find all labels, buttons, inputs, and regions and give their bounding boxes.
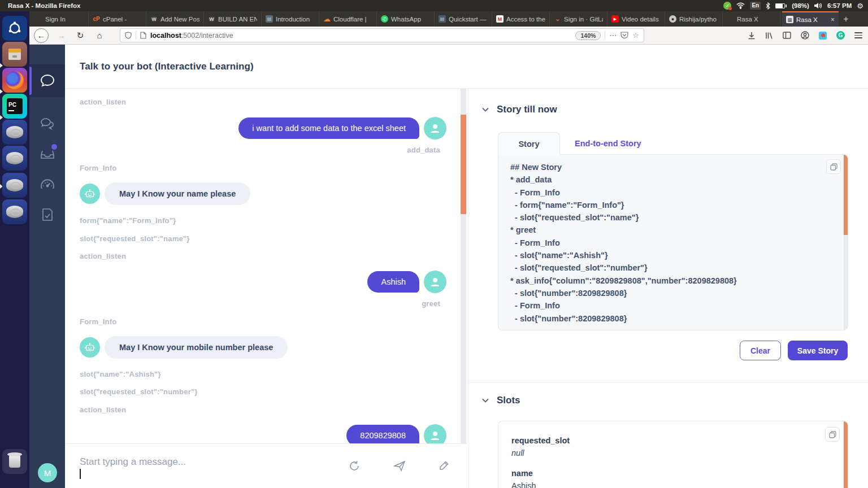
user-bubble[interactable]: Ashish — [367, 271, 419, 293]
sidebar-toggle-icon[interactable] — [783, 32, 791, 39]
browser-tab[interactable]: Sign In — [31, 11, 89, 27]
story-scrollbar-thumb[interactable] — [844, 155, 848, 235]
dock-item-ubuntu-activities[interactable] — [2, 16, 27, 41]
extension-icon[interactable] — [819, 32, 827, 40]
sidebar-item-stories[interactable] — [29, 201, 65, 229]
pocket-icon[interactable] — [620, 32, 628, 39]
battery-icon[interactable] — [775, 3, 787, 8]
browser-tab[interactable]: ▤Quickstart — — [435, 11, 492, 27]
annotate-pen-icon[interactable] — [439, 460, 452, 473]
page-icon[interactable] — [140, 32, 146, 39]
account-icon[interactable] — [801, 31, 809, 40]
tab-close-icon[interactable]: × — [831, 16, 835, 24]
event-label[interactable]: action_listen — [80, 252, 126, 260]
user-bubble[interactable]: i want to add some data to the excel she… — [238, 117, 419, 139]
clear-button[interactable]: Clear — [740, 341, 781, 360]
dock-item-trash[interactable] — [2, 449, 27, 474]
save-story-button[interactable]: Save Story — [788, 341, 848, 360]
event-label[interactable]: Form_Info — [80, 164, 116, 172]
new-tab-button[interactable]: + — [839, 11, 853, 27]
sidebar-item-dashboard[interactable] — [29, 171, 65, 199]
app-indicator-icon[interactable]: ✓ — [723, 2, 731, 10]
event-label[interactable]: action_listen — [80, 406, 126, 414]
browser-tab[interactable]: Rasa X — [723, 11, 780, 27]
browser-tab[interactable]: ●Rishija/pytho — [665, 11, 723, 27]
user-message[interactable]: Ashish — [367, 271, 446, 293]
message-input-placeholder[interactable]: Start typing a message... — [80, 456, 186, 468]
wifi-icon[interactable] — [736, 2, 745, 9]
chat-transcript[interactable]: action_listen i want to add some data to… — [65, 89, 467, 488]
bot-message[interactable]: May I Know your name please — [80, 182, 250, 205]
chevron-down-icon[interactable] — [482, 107, 489, 112]
tab-end-to-end-story[interactable]: End-to-end Story — [560, 132, 656, 155]
dock-item-pycharm[interactable]: PC — [2, 94, 27, 119]
download-icon[interactable] — [748, 32, 756, 40]
browser-tab[interactable]: ☁Cloudflare | — [319, 11, 377, 27]
dock-item-firefox[interactable] — [2, 68, 27, 93]
bot-bubble[interactable]: May I Know your name please — [105, 182, 250, 205]
bot-message[interactable]: May I Know your mobile number please — [80, 336, 288, 359]
forward-button[interactable]: → — [54, 29, 68, 42]
bluetooth-icon[interactable] — [766, 2, 770, 10]
bookmark-star-icon[interactable]: ☆ — [632, 31, 639, 40]
clock[interactable]: 6:57 PM — [827, 2, 852, 9]
sidebar-item-conversations[interactable] — [29, 110, 65, 138]
shield-icon[interactable] — [125, 32, 132, 39]
dock-item-disk-3[interactable] — [2, 173, 27, 198]
event-label[interactable]: slot{"requested_slot":"number"} — [80, 387, 198, 396]
sidebar-item-inbox[interactable] — [29, 140, 65, 168]
chat-scrollbar[interactable] — [461, 89, 466, 443]
url-bar[interactable]: localhost:5002/interactive 140% ⋯ ☆ — [120, 28, 644, 42]
intent-label[interactable]: add_data — [407, 146, 440, 154]
dock-item-disk-1[interactable] — [2, 120, 27, 145]
browser-tab[interactable]: WAdd New Pos — [146, 11, 204, 27]
browser-tab[interactable]: ▶Video details — [607, 11, 665, 27]
library-icon[interactable] — [765, 32, 773, 40]
dock-item-file-manager[interactable] — [2, 42, 27, 67]
keyboard-layout-indicator[interactable]: En — [750, 2, 761, 10]
browser-tab[interactable]: ⌄Sign in · GitLa — [550, 11, 607, 27]
story-section-header[interactable]: Story till now — [482, 104, 557, 115]
story-scrollbar[interactable] — [844, 155, 848, 330]
tab-story[interactable]: Story — [498, 132, 560, 155]
chat-scrollbar-thumb[interactable] — [461, 115, 466, 214]
chevron-down-icon[interactable] — [482, 398, 489, 403]
volume-icon[interactable] — [814, 2, 822, 9]
user-avatar[interactable]: M — [38, 463, 57, 482]
event-label[interactable]: action_listen — [80, 98, 126, 106]
grammarly-icon[interactable]: G — [836, 31, 845, 40]
power-menu-icon[interactable]: ⚙ — [857, 2, 863, 10]
menu-icon[interactable] — [854, 32, 862, 38]
copy-story-button[interactable] — [826, 159, 841, 174]
copy-slots-button[interactable] — [825, 427, 840, 442]
sidebar-item-interactive-chat[interactable] — [29, 64, 65, 97]
slots-section-header[interactable]: Slots — [482, 395, 520, 406]
browser-tab[interactable]: ✆WhatsApp — [377, 11, 435, 27]
restart-conversation-icon[interactable] — [348, 460, 362, 473]
browser-tab[interactable]: ▤Introduction — [262, 11, 319, 27]
event-label[interactable]: form{"name":"Form_Info"} — [80, 216, 176, 225]
browser-tab[interactable]: WBUILD AN EN — [204, 11, 262, 27]
back-button[interactable]: ← — [34, 28, 49, 43]
home-button[interactable]: ⌂ — [93, 29, 106, 42]
zoom-level-badge[interactable]: 140% — [575, 31, 601, 40]
browser-tab[interactable]: cPcPanel - — [89, 11, 146, 27]
slots-scrollbar-thumb[interactable] — [844, 421, 848, 488]
event-label[interactable]: Form_Info — [80, 317, 116, 326]
event-label[interactable]: slot{"requested_slot":"name"} — [80, 234, 189, 243]
url-text[interactable]: localhost:5002/interactive — [150, 32, 233, 40]
reload-button[interactable]: ↻ — [73, 29, 87, 42]
browser-tab-active[interactable]: ▦Rasa X× — [782, 11, 839, 27]
browser-tab[interactable]: MAccess to the — [492, 11, 550, 27]
dock-item-disk-4[interactable] — [2, 199, 27, 224]
intent-label[interactable]: greet — [422, 299, 440, 308]
slots-scrollbar[interactable] — [844, 421, 848, 488]
dock-item-disk-2[interactable] — [2, 146, 27, 171]
bot-bubble[interactable]: May I Know your mobile number please — [105, 336, 288, 359]
user-message[interactable]: i want to add some data to the excel she… — [238, 117, 446, 140]
message-input-bar[interactable]: Start typing a message... — [65, 443, 467, 488]
page-actions-icon[interactable]: ⋯ — [609, 31, 617, 40]
event-label[interactable]: slot{"name":"Ashish"} — [80, 370, 161, 378]
send-message-icon[interactable] — [393, 460, 407, 473]
story-markdown[interactable]: ## New Story * add_data - Form_Info - fo… — [510, 161, 831, 328]
